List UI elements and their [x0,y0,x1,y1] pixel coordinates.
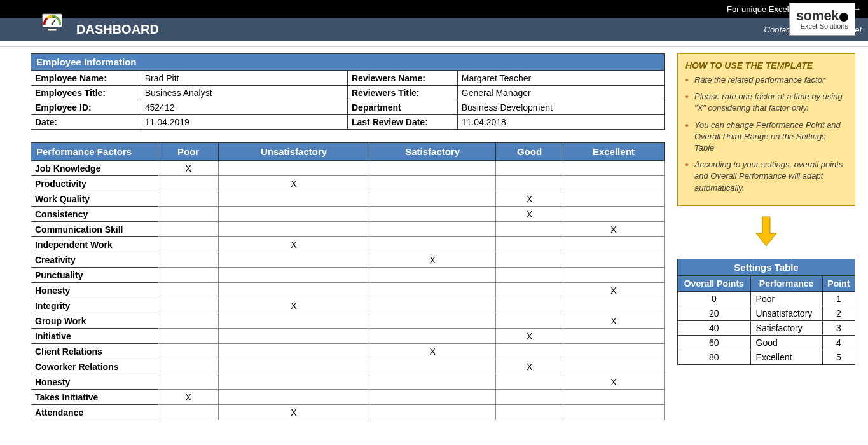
perf-cell[interactable]: Good [750,335,822,350]
rating-cell[interactable]: X [563,313,664,329]
rating-cell[interactable] [563,161,664,176]
rating-cell[interactable] [369,298,496,313]
rating-cell[interactable] [496,405,563,420]
rating-cell[interactable] [563,344,664,359]
rating-cell[interactable]: X [158,390,219,405]
rating-cell[interactable] [496,283,563,298]
rating-cell[interactable] [496,298,563,313]
rating-cell[interactable] [563,252,664,268]
field-value[interactable]: 11.04.2018 [457,115,664,130]
rating-cell[interactable] [158,359,219,374]
rating-cell[interactable] [369,329,496,344]
points-cell[interactable]: 20 [678,306,751,320]
rating-cell[interactable]: X [158,161,219,176]
perf-cell[interactable]: Satisfactory [750,320,822,335]
points-cell[interactable]: 80 [678,350,751,364]
rating-cell[interactable] [369,161,496,176]
point-cell[interactable]: 2 [822,306,855,320]
rating-cell[interactable] [563,405,664,420]
rating-cell[interactable] [496,374,563,390]
rating-cell[interactable]: X [496,359,563,374]
field-value[interactable]: 452412 [141,100,347,115]
rating-cell[interactable] [158,298,219,313]
rating-cell[interactable] [219,207,369,222]
rating-cell[interactable] [563,191,664,207]
point-cell[interactable]: 5 [822,350,855,364]
field-value[interactable]: General Manager [457,86,664,100]
rating-cell[interactable]: X [219,298,369,313]
perf-cell[interactable]: Excellent [750,350,822,364]
points-cell[interactable]: 60 [678,335,751,350]
point-cell[interactable]: 4 [822,335,855,350]
rating-cell[interactable] [496,176,563,191]
rating-cell[interactable]: X [496,207,563,222]
rating-cell[interactable] [158,207,219,222]
rating-cell[interactable] [369,176,496,191]
rating-cell[interactable] [158,191,219,207]
rating-cell[interactable] [219,283,369,298]
rating-cell[interactable] [158,222,219,237]
rating-cell[interactable]: X [563,222,664,237]
rating-cell[interactable] [369,374,496,390]
rating-cell[interactable] [158,313,219,329]
field-value[interactable]: Brad Pitt [141,71,347,86]
rating-cell[interactable] [158,329,219,344]
rating-cell[interactable] [158,252,219,268]
points-cell[interactable]: 0 [678,291,751,306]
points-cell[interactable]: 40 [678,320,751,335]
rating-cell[interactable] [158,344,219,359]
rating-cell[interactable]: X [219,405,369,420]
field-value[interactable]: 11.04.2019 [141,115,347,130]
rating-cell[interactable]: X [496,329,563,344]
rating-cell[interactable] [369,405,496,420]
rating-cell[interactable] [496,268,563,283]
rating-cell[interactable] [563,207,664,222]
rating-cell[interactable]: X [219,237,369,252]
rating-cell[interactable]: X [369,252,496,268]
rating-cell[interactable] [219,374,369,390]
perf-cell[interactable]: Poor [750,291,822,306]
rating-cell[interactable] [369,237,496,252]
rating-cell[interactable] [496,313,563,329]
rating-cell[interactable] [369,359,496,374]
point-cell[interactable]: 1 [822,291,855,306]
rating-cell[interactable] [369,390,496,405]
rating-cell[interactable] [219,344,369,359]
rating-cell[interactable] [563,268,664,283]
rating-cell[interactable] [369,191,496,207]
rating-cell[interactable] [219,359,369,374]
rating-cell[interactable]: X [563,283,664,298]
rating-cell[interactable] [158,283,219,298]
rating-cell[interactable] [496,390,563,405]
rating-cell[interactable] [158,176,219,191]
rating-cell[interactable] [496,237,563,252]
rating-cell[interactable] [496,161,563,176]
rating-cell[interactable] [219,222,369,237]
rating-cell[interactable] [496,222,563,237]
rating-cell[interactable] [219,329,369,344]
rating-cell[interactable] [369,268,496,283]
field-value[interactable]: Margaret Teacher [457,71,664,86]
field-value[interactable]: Business Development [457,100,664,115]
rating-cell[interactable] [563,329,664,344]
rating-cell[interactable] [496,344,563,359]
rating-cell[interactable] [158,405,219,420]
rating-cell[interactable]: X [563,374,664,390]
rating-cell[interactable] [219,191,369,207]
rating-cell[interactable] [219,390,369,405]
field-value[interactable]: Business Analyst [141,86,347,100]
rating-cell[interactable] [369,283,496,298]
rating-cell[interactable] [563,390,664,405]
rating-cell[interactable] [369,222,496,237]
point-cell[interactable]: 3 [822,320,855,335]
rating-cell[interactable] [563,176,664,191]
rating-cell[interactable] [563,359,664,374]
brand-logo[interactable]: somek Excel Solutions [789,3,855,36]
rating-cell[interactable] [219,252,369,268]
rating-cell[interactable] [369,207,496,222]
rating-cell[interactable] [563,237,664,252]
rating-cell[interactable]: X [219,176,369,191]
rating-cell[interactable]: X [496,191,563,207]
rating-cell[interactable] [496,252,563,268]
rating-cell[interactable] [563,298,664,313]
